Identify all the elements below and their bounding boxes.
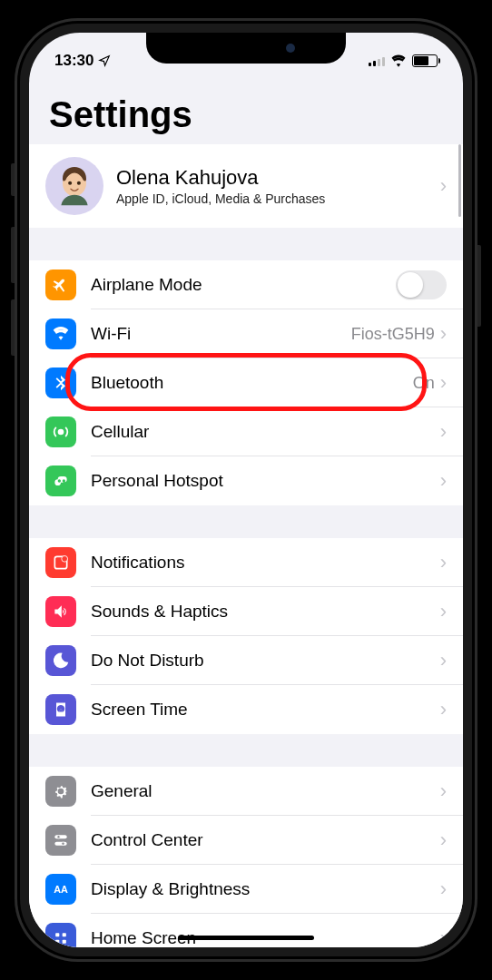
screen-time-icon	[45, 694, 76, 725]
avatar	[45, 157, 103, 215]
chevron-icon: ›	[440, 324, 447, 344]
svg-rect-6	[54, 835, 66, 838]
spacer	[29, 734, 463, 767]
dnd-icon	[45, 645, 76, 676]
chevron-icon: ›	[440, 176, 447, 196]
chevron-icon: ›	[440, 422, 447, 442]
svg-rect-7	[54, 842, 66, 846]
svg-point-5	[62, 556, 68, 563]
home-indicator[interactable]	[178, 936, 314, 940]
row-label: Control Center	[91, 830, 440, 850]
svg-rect-12	[63, 933, 66, 936]
svg-point-8	[57, 836, 60, 838]
power-button[interactable]	[477, 245, 481, 327]
row-dnd[interactable]: Do Not Disturb ›	[29, 636, 463, 685]
phone-frame: 13:30 Settings Olena Kahujova Apple ID, …	[15, 18, 477, 962]
row-label: Sounds & Haptics	[91, 602, 440, 622]
profile-group: Olena Kahujova Apple ID, iCloud, Media &…	[29, 144, 463, 228]
chevron-icon: ›	[440, 373, 447, 393]
chevron-icon: ›	[440, 471, 447, 491]
control-center-icon	[45, 825, 76, 856]
page-title: Settings	[29, 76, 463, 144]
cellular-icon	[45, 416, 76, 447]
row-notifications[interactable]: Notifications ›	[29, 538, 463, 587]
row-display[interactable]: AA Display & Brightness ›	[29, 865, 463, 914]
row-label: Notifications	[91, 553, 440, 573]
svg-rect-14	[63, 940, 66, 944]
chevron-icon: ›	[440, 700, 447, 720]
cellular-icon	[369, 55, 385, 66]
status-time: 13:30	[54, 52, 93, 70]
row-bluetooth[interactable]: Bluetooth On ›	[29, 358, 463, 407]
row-wifi[interactable]: Wi-Fi Fios-tG5H9 ›	[29, 309, 463, 358]
profile-subtitle: Apple ID, iCloud, Media & Purchases	[116, 191, 440, 206]
chevron-icon: ›	[440, 651, 447, 671]
row-general[interactable]: General ›	[29, 767, 463, 816]
hotspot-icon	[45, 466, 76, 496]
row-screen-time[interactable]: Screen Time ›	[29, 685, 463, 734]
scroll-indicator[interactable]	[458, 144, 461, 217]
svg-rect-13	[55, 940, 59, 944]
display-icon: AA	[45, 874, 76, 905]
row-label: Bluetooth	[91, 373, 413, 393]
airplane-icon	[45, 270, 76, 300]
svg-point-3	[77, 181, 81, 185]
row-label: Display & Brightness	[91, 879, 440, 899]
chevron-icon: ›	[440, 602, 447, 622]
spacer	[29, 228, 463, 260]
row-control-center[interactable]: Control Center ›	[29, 816, 463, 865]
row-label: General	[91, 781, 440, 801]
notch	[146, 33, 346, 64]
silence-switch[interactable]	[11, 163, 15, 196]
airplane-toggle[interactable]	[396, 270, 447, 299]
row-label: Cellular	[91, 422, 440, 442]
wifi-icon	[390, 54, 407, 67]
notifications-group: Notifications › Sounds & Haptics › Do No…	[29, 538, 463, 734]
svg-point-2	[68, 181, 72, 185]
general-group: General › Control Center › AA Display & …	[29, 767, 463, 947]
svg-point-9	[62, 842, 64, 845]
row-label: Wi-Fi	[91, 324, 351, 344]
wifi-icon	[45, 318, 76, 349]
row-home-screen[interactable]: Home Screen ›	[29, 914, 463, 947]
chevron-icon: ›	[440, 928, 447, 947]
chevron-icon: ›	[440, 830, 447, 850]
general-icon	[45, 776, 76, 807]
battery-icon	[412, 54, 438, 67]
sounds-icon	[45, 596, 76, 627]
profile-name: Olena Kahujova	[116, 166, 440, 190]
chevron-icon: ›	[440, 781, 447, 801]
volume-up-button[interactable]	[11, 227, 15, 283]
spacer	[29, 505, 463, 538]
profile-row[interactable]: Olena Kahujova Apple ID, iCloud, Media &…	[29, 144, 463, 228]
row-label: Screen Time	[91, 700, 440, 720]
row-cellular[interactable]: Cellular ›	[29, 407, 463, 456]
row-value: On	[413, 374, 435, 393]
row-label: Personal Hotspot	[91, 471, 440, 491]
row-label: Airplane Mode	[91, 275, 396, 295]
row-label: Do Not Disturb	[91, 651, 440, 671]
connectivity-group: Airplane Mode Wi-Fi Fios-tG5H9 › Bluetoo…	[29, 260, 463, 505]
chevron-icon: ›	[440, 879, 447, 899]
bluetooth-icon	[45, 368, 76, 398]
location-icon	[98, 54, 111, 67]
chevron-icon: ›	[440, 553, 447, 573]
svg-text:AA: AA	[54, 884, 68, 895]
home-screen-icon	[45, 923, 76, 947]
screen: 13:30 Settings Olena Kahujova Apple ID, …	[29, 33, 463, 947]
svg-rect-11	[55, 933, 59, 936]
notifications-icon	[45, 547, 76, 578]
row-hotspot[interactable]: Personal Hotspot ›	[29, 456, 463, 505]
row-sounds[interactable]: Sounds & Haptics ›	[29, 587, 463, 636]
volume-down-button[interactable]	[11, 299, 15, 356]
row-airplane-mode[interactable]: Airplane Mode	[29, 260, 463, 309]
row-value: Fios-tG5H9	[351, 325, 435, 344]
